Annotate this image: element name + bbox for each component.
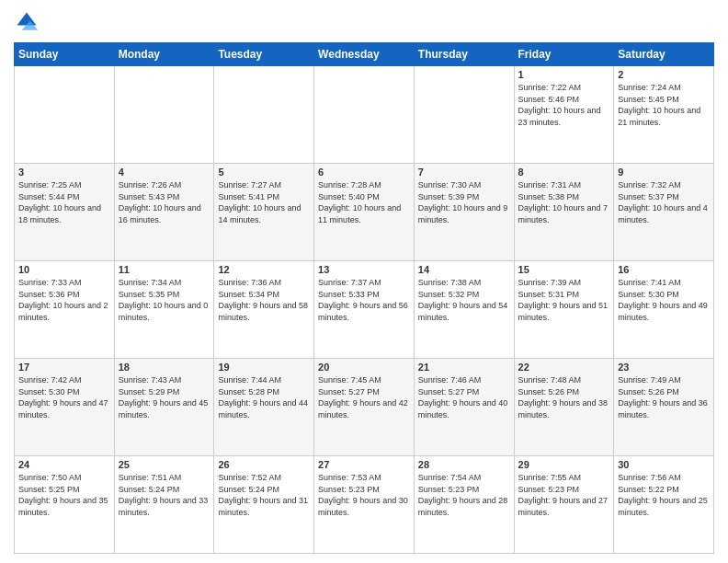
calendar-cell: 4Sunrise: 7:26 AM Sunset: 5:43 PM Daylig…: [114, 164, 214, 261]
calendar-cell: 1Sunrise: 7:22 AM Sunset: 5:46 PM Daylig…: [514, 66, 614, 164]
calendar-cell: 17Sunrise: 7:42 AM Sunset: 5:30 PM Dayli…: [15, 359, 115, 456]
day-info: Sunrise: 7:46 AM Sunset: 5:27 PM Dayligh…: [418, 374, 510, 420]
day-info: Sunrise: 7:41 AM Sunset: 5:30 PM Dayligh…: [618, 277, 710, 323]
day-number: 20: [318, 362, 410, 373]
day-info: Sunrise: 7:34 AM Sunset: 5:35 PM Dayligh…: [119, 277, 210, 323]
header: [14, 9, 714, 35]
day-info: Sunrise: 7:48 AM Sunset: 5:26 PM Dayligh…: [518, 374, 610, 420]
calendar-cell: 3Sunrise: 7:25 AM Sunset: 5:44 PM Daylig…: [15, 164, 115, 261]
day-info: Sunrise: 7:28 AM Sunset: 5:40 PM Dayligh…: [318, 179, 410, 225]
calendar-header-row: SundayMondayTuesdayWednesdayThursdayFrid…: [15, 43, 714, 66]
day-info: Sunrise: 7:50 AM Sunset: 5:25 PM Dayligh…: [18, 472, 110, 518]
calendar-cell: 16Sunrise: 7:41 AM Sunset: 5:30 PM Dayli…: [614, 261, 714, 359]
day-number: 5: [218, 167, 310, 178]
logo: [14, 9, 43, 35]
calendar-cell: 10Sunrise: 7:33 AM Sunset: 5:36 PM Dayli…: [15, 261, 115, 359]
calendar-cell: [214, 66, 314, 164]
calendar-cell: 28Sunrise: 7:54 AM Sunset: 5:23 PM Dayli…: [414, 456, 514, 554]
svg-marker-0: [17, 13, 37, 26]
day-info: Sunrise: 7:49 AM Sunset: 5:26 PM Dayligh…: [618, 374, 710, 420]
day-number: 12: [218, 264, 310, 275]
weekday-header: Wednesday: [314, 43, 415, 66]
calendar-table: SundayMondayTuesdayWednesdayThursdayFrid…: [14, 42, 714, 554]
calendar-cell: 7Sunrise: 7:30 AM Sunset: 5:39 PM Daylig…: [414, 164, 514, 261]
calendar-cell: 9Sunrise: 7:32 AM Sunset: 5:37 PM Daylig…: [614, 164, 714, 261]
day-number: 10: [18, 264, 110, 275]
day-number: 7: [418, 167, 510, 178]
calendar-cell: 29Sunrise: 7:55 AM Sunset: 5:23 PM Dayli…: [514, 456, 614, 554]
calendar-week-row: 17Sunrise: 7:42 AM Sunset: 5:30 PM Dayli…: [15, 359, 714, 456]
calendar-cell: 8Sunrise: 7:31 AM Sunset: 5:38 PM Daylig…: [514, 164, 614, 261]
calendar-cell: 11Sunrise: 7:34 AM Sunset: 5:35 PM Dayli…: [114, 261, 214, 359]
day-info: Sunrise: 7:37 AM Sunset: 5:33 PM Dayligh…: [318, 277, 410, 323]
day-number: 14: [418, 264, 510, 275]
calendar-cell: 30Sunrise: 7:56 AM Sunset: 5:22 PM Dayli…: [614, 456, 714, 554]
day-number: 2: [618, 69, 710, 80]
weekday-header: Monday: [114, 43, 214, 66]
day-number: 30: [618, 459, 710, 470]
calendar-cell: 6Sunrise: 7:28 AM Sunset: 5:40 PM Daylig…: [314, 164, 415, 261]
calendar-cell: 13Sunrise: 7:37 AM Sunset: 5:33 PM Dayli…: [314, 261, 415, 359]
calendar-cell: [15, 66, 115, 164]
day-info: Sunrise: 7:45 AM Sunset: 5:27 PM Dayligh…: [318, 374, 410, 420]
day-info: Sunrise: 7:39 AM Sunset: 5:31 PM Dayligh…: [518, 277, 610, 323]
day-info: Sunrise: 7:32 AM Sunset: 5:37 PM Dayligh…: [618, 179, 710, 225]
day-number: 19: [218, 362, 310, 373]
day-number: 6: [318, 167, 410, 178]
day-info: Sunrise: 7:36 AM Sunset: 5:34 PM Dayligh…: [218, 277, 310, 323]
day-number: 28: [418, 459, 510, 470]
day-number: 24: [18, 459, 110, 470]
calendar-cell: 26Sunrise: 7:52 AM Sunset: 5:24 PM Dayli…: [214, 456, 314, 554]
day-info: Sunrise: 7:22 AM Sunset: 5:46 PM Dayligh…: [518, 82, 610, 128]
day-number: 15: [518, 264, 610, 275]
calendar-week-row: 1Sunrise: 7:22 AM Sunset: 5:46 PM Daylig…: [15, 66, 714, 164]
calendar-week-row: 10Sunrise: 7:33 AM Sunset: 5:36 PM Dayli…: [15, 261, 714, 359]
day-number: 9: [618, 167, 710, 178]
calendar-cell: 5Sunrise: 7:27 AM Sunset: 5:41 PM Daylig…: [214, 164, 314, 261]
calendar-week-row: 3Sunrise: 7:25 AM Sunset: 5:44 PM Daylig…: [15, 164, 714, 261]
day-number: 1: [518, 69, 610, 80]
calendar-cell: 2Sunrise: 7:24 AM Sunset: 5:45 PM Daylig…: [614, 66, 714, 164]
day-info: Sunrise: 7:53 AM Sunset: 5:23 PM Dayligh…: [318, 472, 410, 518]
calendar-cell: [114, 66, 214, 164]
calendar-cell: 23Sunrise: 7:49 AM Sunset: 5:26 PM Dayli…: [614, 359, 714, 456]
day-number: 11: [119, 264, 210, 275]
day-info: Sunrise: 7:56 AM Sunset: 5:22 PM Dayligh…: [618, 472, 710, 518]
day-info: Sunrise: 7:42 AM Sunset: 5:30 PM Dayligh…: [18, 374, 110, 420]
day-info: Sunrise: 7:51 AM Sunset: 5:24 PM Dayligh…: [119, 472, 210, 518]
day-number: 29: [518, 459, 610, 470]
day-number: 4: [119, 167, 210, 178]
day-info: Sunrise: 7:54 AM Sunset: 5:23 PM Dayligh…: [418, 472, 510, 518]
calendar-cell: 12Sunrise: 7:36 AM Sunset: 5:34 PM Dayli…: [214, 261, 314, 359]
calendar-week-row: 24Sunrise: 7:50 AM Sunset: 5:25 PM Dayli…: [15, 456, 714, 554]
day-info: Sunrise: 7:43 AM Sunset: 5:29 PM Dayligh…: [119, 374, 210, 420]
weekday-header: Tuesday: [214, 43, 314, 66]
day-info: Sunrise: 7:33 AM Sunset: 5:36 PM Dayligh…: [18, 277, 110, 323]
calendar-cell: [314, 66, 415, 164]
weekday-header: Saturday: [614, 43, 714, 66]
calendar-cell: 18Sunrise: 7:43 AM Sunset: 5:29 PM Dayli…: [114, 359, 214, 456]
weekday-header: Friday: [514, 43, 614, 66]
day-number: 13: [318, 264, 410, 275]
day-info: Sunrise: 7:38 AM Sunset: 5:32 PM Dayligh…: [418, 277, 510, 323]
day-info: Sunrise: 7:30 AM Sunset: 5:39 PM Dayligh…: [418, 179, 510, 225]
calendar-cell: [414, 66, 514, 164]
weekday-header: Thursday: [414, 43, 514, 66]
calendar-cell: 25Sunrise: 7:51 AM Sunset: 5:24 PM Dayli…: [114, 456, 214, 554]
calendar-cell: 14Sunrise: 7:38 AM Sunset: 5:32 PM Dayli…: [414, 261, 514, 359]
calendar-cell: 19Sunrise: 7:44 AM Sunset: 5:28 PM Dayli…: [214, 359, 314, 456]
day-number: 23: [618, 362, 710, 373]
day-info: Sunrise: 7:27 AM Sunset: 5:41 PM Dayligh…: [218, 179, 310, 225]
calendar-cell: 20Sunrise: 7:45 AM Sunset: 5:27 PM Dayli…: [314, 359, 415, 456]
day-number: 3: [18, 167, 110, 178]
calendar-cell: 22Sunrise: 7:48 AM Sunset: 5:26 PM Dayli…: [514, 359, 614, 456]
weekday-header: Sunday: [15, 43, 115, 66]
calendar-cell: 24Sunrise: 7:50 AM Sunset: 5:25 PM Dayli…: [15, 456, 115, 554]
day-info: Sunrise: 7:52 AM Sunset: 5:24 PM Dayligh…: [218, 472, 310, 518]
logo-icon: [14, 9, 40, 35]
day-info: Sunrise: 7:26 AM Sunset: 5:43 PM Dayligh…: [119, 179, 210, 225]
day-info: Sunrise: 7:44 AM Sunset: 5:28 PM Dayligh…: [218, 374, 310, 420]
calendar-cell: 15Sunrise: 7:39 AM Sunset: 5:31 PM Dayli…: [514, 261, 614, 359]
day-number: 21: [418, 362, 510, 373]
calendar-cell: 21Sunrise: 7:46 AM Sunset: 5:27 PM Dayli…: [414, 359, 514, 456]
